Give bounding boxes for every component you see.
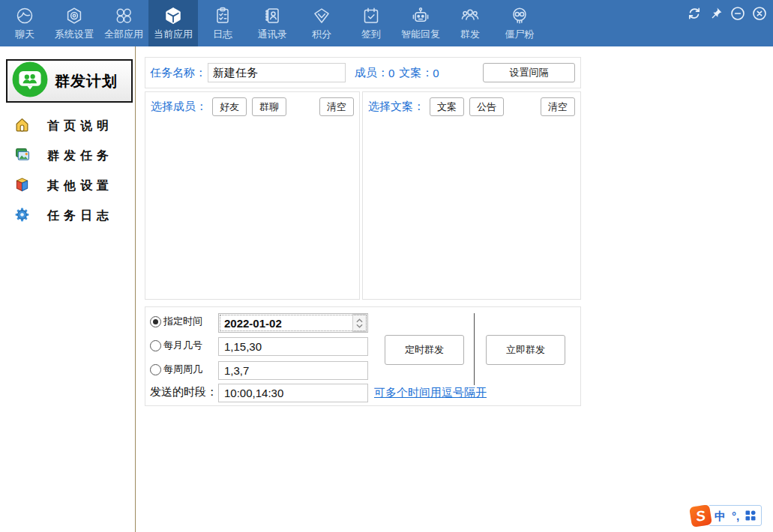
tab-label: 全部应用 (104, 28, 143, 41)
task-name-label: 任务名称： (150, 66, 206, 80)
button-divider (474, 313, 475, 385)
settings-icon (64, 5, 85, 25)
timed-mass-send-button[interactable]: 定时群发 (385, 335, 464, 365)
tab-checkin[interactable]: 签到 (346, 0, 396, 46)
tab-system-settings[interactable]: 系统设置 (49, 0, 99, 46)
tab-label: 积分 (312, 28, 331, 41)
window-controls (686, 5, 767, 21)
friends-button[interactable]: 好友 (212, 97, 247, 116)
tab-label: 群发 (460, 28, 480, 41)
sidebar-item-label: 群发任务 (47, 148, 113, 164)
points-icon (312, 5, 332, 25)
grid-icon[interactable] (745, 510, 756, 521)
tab-current-app[interactable]: 当前应用 (148, 0, 198, 46)
zombie-icon (510, 5, 530, 25)
tab-label: 签到 (361, 28, 381, 41)
app-title-box: 群发计划 (6, 59, 133, 103)
send-now-button[interactable]: 立即群发 (486, 335, 565, 365)
sidebar-item-mass-send-tasks[interactable]: 群发任务 (0, 141, 135, 171)
clear-copy-button[interactable]: 清空 (541, 97, 575, 116)
send-period-input[interactable] (218, 384, 368, 402)
group-chats-button[interactable]: 群聊 (252, 97, 286, 116)
tab-label: 当前应用 (154, 28, 193, 41)
chat-icon (15, 5, 35, 25)
minimize-icon[interactable] (730, 5, 745, 21)
group-chat-bubble-icon (11, 61, 49, 101)
tab-smart-reply[interactable]: 智能回复 (396, 0, 445, 46)
member-panel-title: 选择成员： (151, 100, 207, 114)
tab-label: 聊天 (15, 28, 34, 41)
log-icon (213, 5, 233, 25)
copy-count-label: 文案： (399, 66, 433, 80)
send-period-hint: 可多个时间用逗号隔开 (374, 386, 487, 400)
spinner-down-icon (356, 324, 363, 328)
schedule-settings-box: 指定时间 2022-01-02 每月几号 每周周几 发送的时段： 可多个时间用逗… (145, 306, 581, 406)
copy-panel-title: 选择文案： (368, 100, 424, 114)
smart-reply-icon (411, 5, 431, 25)
ime-punct-toggle[interactable]: °, (732, 510, 739, 522)
tab-label: 智能回复 (401, 28, 440, 41)
tab-log[interactable]: 日志 (198, 0, 247, 46)
radio-day-of-week[interactable] (150, 364, 161, 375)
copy-panel-header: 选择文案： 文案 公告 清空 (363, 92, 580, 116)
day-of-month-input[interactable] (218, 337, 368, 356)
tab-mass-send[interactable]: 群发 (445, 0, 495, 46)
member-list-area[interactable] (145, 116, 359, 288)
sidebar-item-label: 任务日志 (47, 208, 113, 224)
members-count-label: 成员： (355, 66, 388, 80)
close-icon[interactable] (751, 5, 767, 21)
contacts-icon (262, 5, 283, 25)
sidebar: 群发计划 首页说明 群发任务 其他设置 (0, 46, 136, 532)
tab-all-apps[interactable]: 全部应用 (99, 0, 148, 46)
copy-list-area[interactable] (363, 116, 580, 288)
date-value: 2022-01-02 (219, 317, 352, 330)
pin-icon[interactable] (708, 5, 724, 21)
radio-day-of-month[interactable] (150, 340, 161, 351)
copy-select-panel: 选择文案： 文案 公告 清空 (362, 91, 581, 300)
current-app-icon (163, 5, 184, 25)
day-of-week-input[interactable] (218, 361, 368, 380)
tab-zombie-fans[interactable]: 僵尸粉 (495, 0, 544, 46)
task-name-input[interactable] (208, 63, 346, 82)
tab-label: 通讯录 (258, 28, 287, 41)
box-icon (14, 177, 30, 196)
date-spinner[interactable] (352, 314, 367, 332)
tab-contacts[interactable]: 通讯录 (247, 0, 297, 46)
ime-lang-toggle[interactable]: 中 (715, 510, 726, 522)
sidebar-item-other-settings[interactable]: 其他设置 (0, 171, 135, 201)
task-stats: 成员：0 文案：0 (355, 66, 439, 80)
ime-bar: S 中 °, (691, 504, 762, 528)
tab-points[interactable]: 积分 (297, 0, 346, 46)
app-title: 群发计划 (55, 71, 118, 91)
top-nav: 聊天 系统设置 全部应用 当前应用 日志 (0, 0, 773, 46)
schedule-option-day-of-week: 每周周几 (150, 363, 202, 376)
set-interval-button[interactable]: 设置间隔 (483, 63, 575, 82)
members-count-value: 0 (388, 67, 394, 79)
sidebar-item-task-log[interactable]: 任务日志 (0, 201, 135, 231)
photos-icon (14, 147, 30, 166)
copywriting-button[interactable]: 文案 (430, 97, 464, 116)
gear-icon (14, 207, 30, 226)
checkin-icon (361, 5, 382, 25)
app-window: 聊天 系统设置 全部应用 当前应用 日志 (0, 0, 773, 532)
mass-send-icon (460, 5, 481, 25)
tab-chat[interactable]: 聊天 (0, 0, 49, 46)
clear-members-button[interactable]: 清空 (319, 97, 354, 116)
tab-label: 系统设置 (55, 28, 94, 41)
send-period-label: 发送的时段： (150, 385, 217, 399)
announcement-button[interactable]: 公告 (469, 97, 504, 116)
spinner-up-icon (356, 318, 363, 323)
schedule-option-specified-time: 指定时间 (150, 315, 202, 328)
schedule-option-day-of-month: 每月几号 (150, 339, 202, 352)
radio-label: 每周周几 (163, 363, 202, 376)
sogou-logo-icon[interactable]: S (689, 504, 712, 528)
copy-count-value: 0 (433, 67, 439, 79)
home-icon (14, 117, 30, 136)
task-header-bar: 任务名称： 成员：0 文案：0 设置间隔 (145, 57, 581, 88)
radio-specified-time[interactable] (150, 316, 161, 327)
send-period-row: 发送的时段： (150, 385, 217, 399)
refresh-icon[interactable] (686, 5, 702, 21)
tab-label: 僵尸粉 (505, 28, 535, 41)
date-field[interactable]: 2022-01-02 (218, 313, 368, 333)
sidebar-item-home-guide[interactable]: 首页说明 (0, 111, 135, 141)
